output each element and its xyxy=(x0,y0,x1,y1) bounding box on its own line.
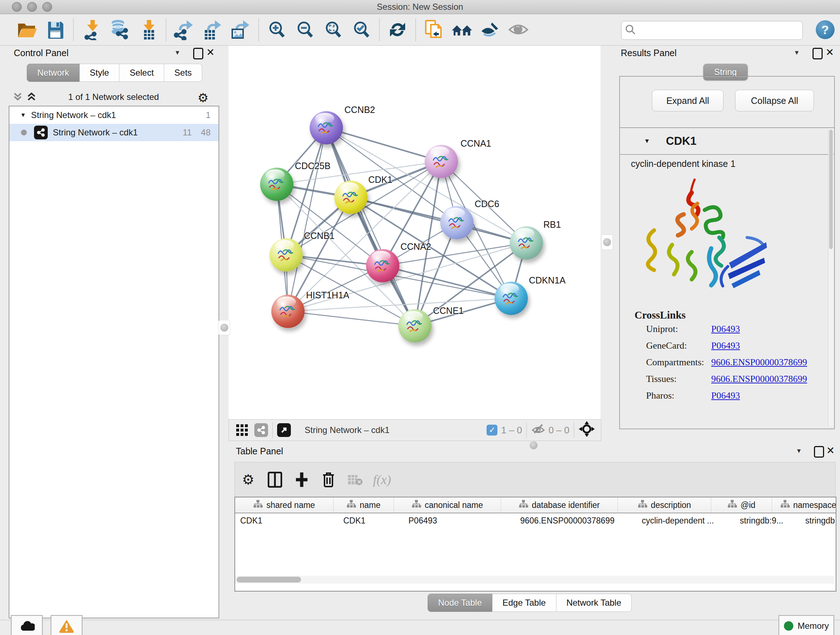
crosslink-value-link[interactable]: P06493 xyxy=(711,340,740,351)
column-header-canonical-name[interactable]: canonical name xyxy=(394,497,501,513)
node-CCNB2[interactable] xyxy=(309,111,343,144)
save-session-button[interactable] xyxy=(41,18,69,42)
collection-expand-icon[interactable]: ▼ xyxy=(20,112,26,119)
node-CCNA2[interactable] xyxy=(366,249,399,282)
table-row[interactable]: CDK1CDK1P064939606.ENSP00000378699cyclin… xyxy=(235,513,836,528)
table-panel-float-icon[interactable] xyxy=(814,446,824,458)
home-button[interactable] xyxy=(448,18,476,42)
edge-CCNB2-HIST1H1A[interactable] xyxy=(288,128,326,311)
warning-status-button[interactable] xyxy=(51,615,82,635)
network-row-selected[interactable]: String Network – cdk1 11 48 xyxy=(9,124,218,141)
tab-edge-table[interactable]: Edge Table xyxy=(493,594,556,612)
column-header-@id[interactable]: @id xyxy=(711,497,772,513)
right-splitter-handle[interactable] xyxy=(601,234,613,250)
gene-collapse-icon[interactable]: ▼ xyxy=(644,138,650,145)
table-cell[interactable]: stringdb:9... xyxy=(735,513,800,528)
edge-CDK1-RB1[interactable] xyxy=(351,197,526,243)
table-panel-close-icon[interactable]: ✕ xyxy=(826,445,835,456)
node-CCNB1[interactable] xyxy=(270,238,303,272)
show-columns-icon[interactable] xyxy=(262,467,288,492)
create-column-plus-icon[interactable] xyxy=(288,467,315,492)
node-CDK1[interactable] xyxy=(334,181,368,214)
export-table-button[interactable] xyxy=(198,18,226,42)
table-panel-menu-caret-icon[interactable]: ▼ xyxy=(796,448,802,455)
results-panel-menu-caret-icon[interactable]: ▼ xyxy=(794,49,800,57)
tab-sets[interactable]: Sets xyxy=(164,64,202,82)
cloud-status-button[interactable] xyxy=(11,615,43,635)
export-network-button[interactable] xyxy=(170,18,198,42)
column-header-shared-name[interactable]: shared name xyxy=(235,497,333,513)
node-CDC6[interactable] xyxy=(440,206,474,239)
open-session-button[interactable] xyxy=(13,18,41,42)
table-cell[interactable]: P06493 xyxy=(403,513,515,528)
tab-style[interactable]: Style xyxy=(80,64,119,82)
import-network-button[interactable] xyxy=(77,18,106,42)
tab-node-table[interactable]: Node Table xyxy=(428,594,493,612)
zoom-in-button[interactable] xyxy=(263,18,291,42)
edge-CCNA2-CDKN1A[interactable] xyxy=(383,266,511,298)
results-panel-close-icon[interactable]: ✕ xyxy=(826,46,834,58)
control-panel-float-icon[interactable] xyxy=(193,48,203,59)
tab-network-table[interactable]: Network Table xyxy=(556,594,632,612)
table-cell[interactable]: cyclin-dependent ... xyxy=(637,513,735,528)
node-RB1[interactable] xyxy=(510,226,543,260)
edge-RB1-HIST1H1A[interactable] xyxy=(288,243,526,311)
crosslink-value-link[interactable]: 9606.ENSP00000378699 xyxy=(711,374,807,384)
delete-column-trash-icon[interactable] xyxy=(315,467,342,492)
birdseye-navigator-icon[interactable] xyxy=(578,421,595,440)
help-button[interactable]: ? xyxy=(816,20,835,39)
zoom-fit-button[interactable] xyxy=(319,18,347,42)
column-header-name[interactable]: name xyxy=(333,497,394,513)
search-box[interactable] xyxy=(621,21,803,40)
node-label-CDC6: CDC6 xyxy=(475,199,499,209)
network-options-gear-icon[interactable]: ⚙ xyxy=(197,90,208,105)
table-cell[interactable]: stringdb xyxy=(800,513,836,528)
show-graphics-details-button[interactable] xyxy=(476,18,504,42)
left-splitter-handle[interactable] xyxy=(218,320,230,335)
memory-button[interactable]: Memory xyxy=(778,615,834,635)
column-header-description[interactable]: description xyxy=(618,497,711,513)
grid-view-icon[interactable] xyxy=(232,417,252,443)
network-collection-row[interactable]: ▼ String Network – cdk1 1 xyxy=(9,106,218,124)
crosslink-value-link[interactable]: P06493 xyxy=(711,324,740,334)
zoom-selected-button[interactable] xyxy=(347,18,376,42)
network-view-canvas[interactable]: CCNB2CCNA1CDC25BCDK1CDC6RB1CCNB1CCNA2CDK… xyxy=(229,46,600,419)
export-image-button[interactable] xyxy=(226,18,255,42)
import-database-button[interactable] xyxy=(106,18,134,42)
results-vertical-scrollbar[interactable] xyxy=(828,129,834,426)
crosslink-value-link[interactable]: 9606.ENSP00000378699 xyxy=(711,357,807,367)
table-cell[interactable]: 9606.ENSP00000378699 xyxy=(515,513,637,528)
table-settings-gear-icon[interactable]: ⚙ xyxy=(235,467,262,492)
table-cell[interactable]: CDK1 xyxy=(338,513,403,528)
hide-graphics-details-button[interactable] xyxy=(504,18,532,42)
tab-network[interactable]: Network xyxy=(27,64,80,82)
node-CDC25B[interactable] xyxy=(260,168,294,201)
refresh-button[interactable] xyxy=(384,18,412,42)
edge-HIST1H1A-CCNE1[interactable] xyxy=(288,311,415,326)
node-CCNE1[interactable] xyxy=(398,309,431,342)
column-header-namespace[interactable]: namespace xyxy=(772,497,836,513)
open-in-new-window-icon[interactable] xyxy=(277,423,291,437)
node-HIST1H1A[interactable] xyxy=(271,295,305,328)
expand-all-button[interactable]: Expand All xyxy=(652,90,723,111)
table-cell[interactable]: CDK1 xyxy=(235,513,338,528)
import-table-button[interactable] xyxy=(134,18,162,42)
gene-section-header[interactable]: ▼ CDK1 xyxy=(620,128,834,155)
node-CDKN1A[interactable] xyxy=(494,282,528,315)
collapse-all-button[interactable]: Collapse All xyxy=(735,90,814,111)
network-share-icon[interactable] xyxy=(254,423,268,437)
protein-ribbon-thumbnail xyxy=(431,153,452,172)
tab-select[interactable]: Select xyxy=(119,64,164,82)
results-panel-float-icon[interactable] xyxy=(813,48,823,59)
zoom-out-button[interactable] xyxy=(291,18,319,42)
column-header-database-identifier[interactable]: database identifier xyxy=(501,497,618,513)
selected-checkbox-icon[interactable]: ✓ xyxy=(486,424,497,435)
table-horizontal-scrollbar[interactable] xyxy=(235,576,834,584)
edge-CCNB2-CCNA1[interactable] xyxy=(326,128,441,162)
copy-document-button[interactable] xyxy=(420,18,448,42)
control-panel-menu-caret-icon[interactable]: ▼ xyxy=(174,49,180,57)
crosslink-value-link[interactable]: P06493 xyxy=(711,390,740,401)
search-input[interactable] xyxy=(639,25,802,35)
control-panel-close-icon[interactable]: ✕ xyxy=(206,46,215,58)
node-CCNA1[interactable] xyxy=(425,145,458,178)
